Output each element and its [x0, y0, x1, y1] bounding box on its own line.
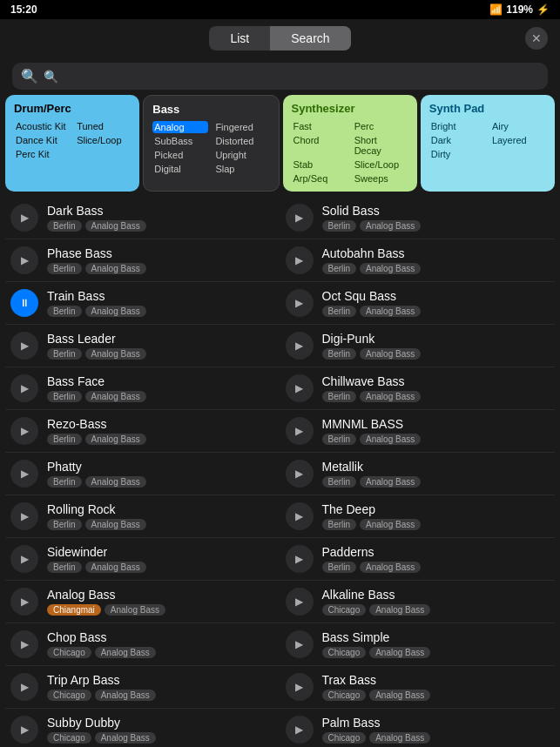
- play-button[interactable]: ▶: [10, 417, 38, 445]
- play-button[interactable]: ▶: [10, 673, 38, 701]
- table-row[interactable]: ▶ Rezo-Bass BerlinAnalog Bass: [5, 410, 280, 453]
- table-row[interactable]: ▶ Sidewinder BerlinAnalog Bass: [5, 538, 280, 581]
- table-row[interactable]: ▶ Trax Bass ChicagoAnalog Bass: [280, 666, 556, 709]
- table-row[interactable]: ▶ Bass Face BerlinAnalog Bass: [5, 367, 280, 410]
- preset-name: Rezo-Bass: [47, 417, 275, 431]
- tab-list[interactable]: List: [209, 26, 270, 50]
- pad-item-bright[interactable]: Bright: [429, 120, 485, 132]
- tab-search[interactable]: Search: [270, 26, 350, 50]
- play-button[interactable]: ▶: [286, 417, 314, 445]
- play-button[interactable]: ▶: [10, 374, 38, 402]
- play-button[interactable]: ▶: [286, 289, 314, 317]
- play-button[interactable]: ▶: [10, 588, 38, 616]
- presets-grid: ▶ Dark Bass BerlinAnalog Bass ▶ Solid Ba…: [5, 197, 555, 747]
- drum-item-3[interactable]: Slice/Loop: [75, 134, 131, 146]
- battery-icon: 119%: [506, 3, 533, 16]
- table-row[interactable]: ▶ Rolling Rock BerlinAnalog Bass: [5, 495, 280, 538]
- table-row[interactable]: ▶ Autobahn Bass BerlinAnalog Bass: [280, 239, 556, 282]
- preset-name: Sidewinder: [47, 545, 275, 559]
- play-button[interactable]: ▶: [286, 460, 314, 488]
- table-row[interactable]: ▶ Analog Bass ChiangmaiAnalog Bass: [5, 581, 280, 623]
- table-row[interactable]: ⏸ Train Bass BerlinAnalog Bass: [5, 282, 280, 325]
- preset-name: Train Bass: [47, 289, 275, 303]
- table-row[interactable]: ▶ Chillwave Bass BerlinAnalog Bass: [280, 367, 556, 410]
- table-row[interactable]: ▶ The Deep BerlinAnalog Bass: [280, 495, 556, 538]
- bass-item-upright[interactable]: Upright: [213, 149, 269, 161]
- table-row[interactable]: ▶ Digi-Punk BerlinAnalog Bass: [280, 325, 556, 367]
- bass-item-distorted[interactable]: Distorted: [213, 135, 269, 147]
- table-row[interactable]: ▶ Subby Dubby ChicagoAnalog Bass: [5, 709, 280, 747]
- table-row[interactable]: ▶ Padderns BerlinAnalog Bass: [280, 538, 556, 581]
- pad-item-dirty[interactable]: Dirty: [429, 148, 485, 160]
- pad-item-dark[interactable]: Dark: [429, 134, 485, 146]
- synth-item-sweeps[interactable]: Sweeps: [353, 172, 408, 185]
- table-row[interactable]: ▶ Phase Bass BerlinAnalog Bass: [5, 239, 280, 282]
- table-row[interactable]: ▶ Solid Bass BerlinAnalog Bass: [280, 197, 556, 239]
- bass-item-picked[interactable]: Picked: [152, 149, 208, 161]
- table-row[interactable]: ▶ Bass Simple ChicagoAnalog Bass: [280, 623, 556, 666]
- synth-item-fast[interactable]: Fast: [292, 120, 347, 132]
- bass-item-subbass[interactable]: SubBass: [152, 135, 208, 147]
- pad-item-airy[interactable]: Airy: [490, 120, 546, 132]
- play-button[interactable]: ▶: [286, 502, 314, 530]
- play-button[interactable]: ▶: [286, 545, 314, 573]
- synth-item-stab[interactable]: Stab: [292, 158, 347, 171]
- play-button[interactable]: ▶: [10, 502, 38, 530]
- play-button[interactable]: ▶: [286, 332, 314, 360]
- bass-items: Analog Fingered SubBass Distorted Picked…: [152, 121, 269, 175]
- category-bass[interactable]: Bass Analog Fingered SubBass Distorted P…: [143, 95, 279, 192]
- search-input-wrap: 🔍: [12, 63, 548, 90]
- preset-name: Phase Bass: [47, 246, 275, 260]
- play-button[interactable]: ▶: [10, 332, 38, 360]
- synth-item-sliceloop[interactable]: Slice/Loop: [353, 158, 408, 171]
- synth-item-perc[interactable]: Perc: [353, 120, 408, 132]
- play-button[interactable]: ▶: [286, 204, 314, 232]
- preset-name: Digi-Punk: [322, 332, 550, 346]
- category-synth-pad[interactable]: Synth Pad Bright Airy Dark Layered Dirty: [421, 95, 555, 192]
- pad-item-layered[interactable]: Layered: [490, 134, 546, 146]
- preset-name: Bass Face: [47, 374, 275, 388]
- close-button[interactable]: ✕: [525, 27, 548, 50]
- play-button[interactable]: ▶: [10, 716, 38, 744]
- synth-item-shortdecay[interactable]: Short Decay: [353, 134, 408, 157]
- bass-item-analog[interactable]: Analog: [152, 121, 208, 133]
- play-button[interactable]: ▶: [10, 545, 38, 573]
- play-button[interactable]: ▶: [286, 588, 314, 616]
- play-button[interactable]: ▶: [286, 630, 314, 658]
- synth-item-chord[interactable]: Chord: [292, 134, 347, 157]
- table-row[interactable]: ▶ Phatty BerlinAnalog Bass: [5, 453, 280, 495]
- play-button[interactable]: ▶: [10, 204, 38, 232]
- table-row[interactable]: ▶ Oct Squ Bass BerlinAnalog Bass: [280, 282, 556, 325]
- play-button[interactable]: ▶: [286, 716, 314, 744]
- play-button[interactable]: ▶: [10, 630, 38, 658]
- preset-name: Palm Bass: [322, 716, 550, 730]
- play-button[interactable]: ▶: [286, 673, 314, 701]
- bass-item-digital[interactable]: Digital: [152, 163, 208, 175]
- table-row[interactable]: ▶ Metallik BerlinAnalog Bass: [280, 453, 556, 495]
- drum-item-2[interactable]: Dance Kit: [14, 134, 70, 146]
- bass-item-slap[interactable]: Slap: [213, 163, 269, 175]
- bass-item-fingered[interactable]: Fingered: [213, 121, 269, 133]
- category-drum[interactable]: Drum/Perc Acoustic Kit Tuned Dance Kit S…: [5, 95, 139, 192]
- drum-item-4[interactable]: Perc Kit: [14, 148, 70, 160]
- play-button[interactable]: ▶: [286, 246, 314, 274]
- table-row[interactable]: ▶ Palm Bass ChicagoAnalog Bass: [280, 709, 556, 747]
- search-input[interactable]: [44, 70, 539, 84]
- drum-item-0[interactable]: Acoustic Kit: [14, 120, 70, 132]
- category-synth[interactable]: Synthesizer Fast Perc Chord Short Decay …: [283, 95, 417, 192]
- play-button-active[interactable]: ⏸: [10, 289, 38, 317]
- drum-items: Acoustic Kit Tuned Dance Kit Slice/Loop …: [14, 120, 131, 160]
- table-row[interactable]: ▶ Chop Bass ChicagoAnalog Bass: [5, 623, 280, 666]
- play-button[interactable]: ▶: [10, 246, 38, 274]
- play-button[interactable]: ▶: [286, 374, 314, 402]
- table-row[interactable]: ▶ Alkaline Bass ChicagoAnalog Bass: [280, 581, 556, 623]
- table-row[interactable]: ▶ Bass Leader BerlinAnalog Bass: [5, 325, 280, 367]
- preset-name: Trip Arp Bass: [47, 673, 275, 687]
- drum-item-1[interactable]: Tuned: [75, 120, 131, 132]
- search-icon: 🔍: [21, 68, 38, 84]
- synth-item-arpseq[interactable]: Arp/Seq: [292, 172, 347, 185]
- table-row[interactable]: ▶ MMNML BASS BerlinAnalog Bass: [280, 410, 556, 453]
- table-row[interactable]: ▶ Trip Arp Bass ChicagoAnalog Bass: [5, 666, 280, 709]
- table-row[interactable]: ▶ Dark Bass BerlinAnalog Bass: [5, 197, 280, 239]
- play-button[interactable]: ▶: [10, 460, 38, 488]
